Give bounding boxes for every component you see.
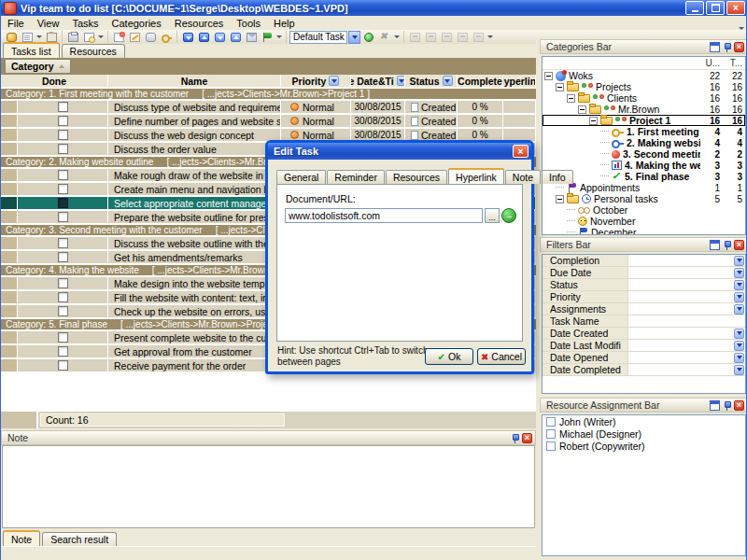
task-type-select[interactable]: Default Task V	[289, 31, 347, 44]
float-panel-icon[interactable]	[710, 400, 720, 411]
collapse-all-icon[interactable]	[228, 31, 243, 44]
column-header-e-date-ti[interactable]: e Date&Ti	[351, 75, 405, 87]
task-checkbox[interactable]	[58, 292, 68, 302]
category-group-button[interactable]: Category	[5, 59, 71, 74]
move-up-icon[interactable]	[196, 31, 211, 44]
filter-value[interactable]	[628, 315, 745, 327]
minimize-button[interactable]	[685, 1, 704, 15]
column-header-status[interactable]: Status	[405, 75, 458, 87]
menu-resources[interactable]: Resources	[168, 16, 231, 30]
resource-item[interactable]: John (Writer)	[543, 415, 745, 427]
total-column-header[interactable]: T...	[723, 58, 745, 68]
task-checkbox[interactable]	[58, 130, 68, 140]
print-preview-icon[interactable]	[81, 31, 96, 44]
dialog-tab-info[interactable]: Info	[542, 170, 573, 184]
expand-all-icon[interactable]	[212, 31, 227, 44]
tree-node-1-first-meeting-with-the-cust[interactable]: 1. First meeting with the cust44	[543, 126, 745, 137]
dropdown-arrow-icon[interactable]	[734, 329, 744, 339]
ok-button[interactable]: ✔ Ok	[425, 348, 473, 365]
menu-view[interactable]: View	[31, 16, 66, 30]
pin-icon[interactable]	[722, 42, 732, 52]
tree-node-personal-tasks[interactable]: Personal tasks55	[543, 193, 745, 204]
dialog-close-button[interactable]: ×	[513, 145, 529, 158]
collapse-icon[interactable]	[556, 195, 564, 203]
menu-tasks[interactable]: Tasks	[65, 16, 105, 30]
column-header-name[interactable]: Name	[108, 75, 281, 87]
collapse-icon[interactable]	[556, 83, 564, 91]
task-checkbox[interactable]	[58, 116, 68, 126]
filter-value[interactable]	[628, 279, 745, 290]
task-checkbox[interactable]	[58, 238, 68, 248]
tree-node-woks[interactable]: Woks2222	[543, 70, 745, 81]
flag-icon[interactable]	[260, 31, 275, 44]
column-header-done[interactable]: Done	[1, 75, 108, 87]
filter-arrow-icon[interactable]	[443, 76, 453, 86]
send-email-icon[interactable]	[244, 31, 259, 44]
browse-button[interactable]: ...	[485, 208, 500, 223]
collapse-icon[interactable]	[589, 117, 598, 125]
clear-filter-icon[interactable]	[377, 31, 392, 44]
tree-node-3-second-meeting-with-the-c[interactable]: 3. Second meeting with the c22	[543, 148, 745, 160]
resource-checkbox[interactable]	[546, 429, 556, 439]
task-checkbox[interactable]	[58, 278, 68, 288]
tree-node-project-1[interactable]: Project 11616	[543, 115, 745, 126]
close-button[interactable]: ×	[726, 1, 745, 15]
new-task-icon[interactable]	[111, 31, 126, 44]
task-type-select-arrow-icon[interactable]	[348, 31, 360, 44]
report-preview-icon[interactable]	[423, 31, 438, 44]
tab-resources[interactable]: Resources	[62, 44, 125, 58]
dropdown-arrow-icon[interactable]	[734, 280, 744, 290]
dropdown-arrow-icon[interactable]	[734, 292, 744, 302]
dialog-tab-reminder[interactable]: Reminder	[327, 170, 385, 184]
bottom-tab-search-result[interactable]: Search result	[42, 532, 117, 546]
tree-node-december[interactable]: December	[543, 227, 745, 235]
task-checkbox[interactable]	[58, 332, 68, 343]
task-checkbox[interactable]	[58, 170, 68, 180]
filter-value[interactable]	[628, 291, 745, 302]
column-header-hyperlink[interactable]: Hyperlink	[503, 75, 536, 87]
collapse-icon[interactable]	[578, 105, 586, 114]
restore-button[interactable]	[706, 1, 725, 15]
print-icon[interactable]	[65, 31, 80, 44]
task-checkbox[interactable]	[58, 360, 68, 371]
dropdown-arrow-icon[interactable]	[734, 365, 744, 375]
dropdown-arrow-icon[interactable]	[734, 341, 744, 351]
filters-close-icon[interactable]: ×	[734, 240, 744, 250]
task-checkbox[interactable]	[58, 102, 68, 112]
print-preview-caret-icon[interactable]	[97, 31, 105, 44]
filter-arrow-icon[interactable]	[329, 76, 339, 86]
dropdown-arrow-icon[interactable]	[734, 353, 744, 363]
task-row[interactable]: Define number of pages and website struc…	[1, 115, 536, 129]
resource-checkbox[interactable]	[546, 441, 556, 451]
tree-node-4-making-the-website[interactable]: 4. Making the website33	[543, 160, 745, 171]
dialog-tab-general[interactable]: General	[276, 170, 326, 184]
pin-icon[interactable]	[722, 240, 732, 250]
resource-checkbox[interactable]	[546, 417, 556, 427]
menu-help[interactable]: Help	[267, 16, 302, 30]
resource-close-icon[interactable]: ×	[734, 400, 744, 411]
pin-icon[interactable]	[722, 400, 732, 411]
filter-value[interactable]	[628, 364, 745, 375]
note-close-icon[interactable]: ×	[522, 433, 532, 443]
filter-value[interactable]	[628, 328, 745, 339]
tree-node-2-making-website-outline[interactable]: 2. Making website outline44	[543, 137, 745, 148]
bottom-tab-note[interactable]: Note	[3, 530, 40, 546]
tree-node-mr-brown[interactable]: Mr.Brown1616	[543, 104, 745, 115]
filter-value[interactable]	[628, 352, 745, 363]
categories-close-icon[interactable]: ×	[734, 42, 744, 52]
collapse-icon[interactable]	[544, 72, 553, 80]
filter-value[interactable]	[628, 255, 745, 266]
tree-node-clients[interactable]: Clients1616	[543, 92, 745, 104]
float-panel-icon[interactable]	[710, 240, 720, 250]
dropdown-arrow-icon[interactable]	[734, 268, 744, 278]
tree-node-october[interactable]: October	[543, 204, 745, 216]
document-url-input[interactable]	[285, 208, 483, 223]
clear-filter-caret-icon[interactable]	[393, 31, 401, 44]
report-export-icon[interactable]	[439, 31, 454, 44]
delete-task-icon[interactable]	[143, 31, 158, 44]
task-keywords-icon[interactable]	[159, 31, 174, 44]
edit-task-icon[interactable]	[127, 31, 142, 44]
report-print-icon[interactable]	[407, 31, 422, 44]
task-row[interactable]: Discuss type of website and requirements…	[1, 101, 536, 115]
column-header-complete[interactable]: Complete	[458, 75, 503, 87]
